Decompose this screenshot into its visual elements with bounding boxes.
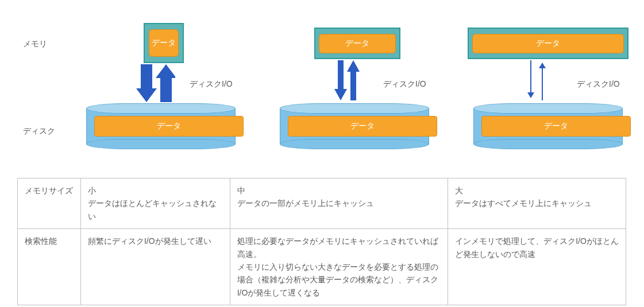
memory-box-large: データ xyxy=(468,28,628,59)
cell-memsize-label: メモリサイズ xyxy=(18,178,81,229)
cell-perf-small: 頻繁にディスクI/Oが発生して遅い xyxy=(80,229,230,305)
memory-box-small: データ xyxy=(144,23,184,63)
disk-cylinder: データ xyxy=(473,103,623,149)
cell-perf-medium: 処理に必要なデータがメモリにキャッシュされていれば高速。 メモリに入り切らない大… xyxy=(230,229,448,305)
disk-cylinder: データ xyxy=(86,103,236,149)
data-chip: データ xyxy=(94,116,244,137)
cell-body: データの一部がメモリ上にキャッシュ xyxy=(237,199,374,208)
cell-memsize-large: 大 データはすべてメモリ上にキャッシュ xyxy=(448,178,626,229)
column-small: データ ディスクI/O データ xyxy=(69,11,240,161)
diagram-columns: データ ディスクI/O データ データ xyxy=(69,11,627,161)
table-row: 検索性能 頻繁にディスクI/Oが発生して遅い 処理に必要なデータがメモリにキャッ… xyxy=(18,229,626,305)
cell-memsize-small: 小 データはほとんどキャッシュされない xyxy=(80,178,230,229)
diagram-area: メモリ ディスク データ ディスクI/O データ xyxy=(17,11,627,161)
io-label: ディスクI/O xyxy=(383,79,426,90)
io-arrows-thin xyxy=(522,61,585,101)
data-chip: データ xyxy=(481,116,631,137)
data-chip: データ xyxy=(288,116,437,137)
label-memory: メモリ xyxy=(23,39,47,49)
io-label: ディスクI/O xyxy=(190,79,233,90)
cell-title: 大 xyxy=(455,186,463,195)
io-arrows-medium xyxy=(329,61,392,101)
disk-cylinder: データ xyxy=(280,103,429,149)
svg-marker-3 xyxy=(347,60,360,100)
data-chip: データ xyxy=(149,29,179,57)
data-chip: データ xyxy=(472,34,624,53)
cell-title: 中 xyxy=(237,186,245,195)
table-row: メモリサイズ 小 データはほとんどキャッシュされない 中 データの一部がメモリ上… xyxy=(18,178,626,229)
memory-box-medium: データ xyxy=(314,28,400,59)
cell-memsize-medium: 中 データの一部がメモリ上にキャッシュ xyxy=(230,178,448,229)
svg-marker-1 xyxy=(156,64,175,102)
label-disk: ディスク xyxy=(23,126,55,137)
data-chip: データ xyxy=(319,34,396,53)
cell-body: データはすべてメモリ上にキャッシュ xyxy=(455,199,592,208)
cell-perf-label: 検索性能 xyxy=(18,229,81,305)
row-labels: メモリ ディスク xyxy=(17,11,69,161)
io-arrows-thick xyxy=(135,64,198,104)
column-large: データ ディスクI/O データ xyxy=(456,11,627,161)
cell-title: 小 xyxy=(88,186,96,195)
io-label: ディスクI/O xyxy=(577,79,620,90)
column-medium: データ ディスクI/O データ xyxy=(263,11,433,161)
svg-marker-2 xyxy=(334,60,347,100)
cell-body: データはほとんどキャッシュされない xyxy=(88,199,217,220)
cell-perf-large: インメモリで処理して、ディスクI/Oがほとんど発生しないので高速 xyxy=(448,229,626,305)
comparison-table: メモリサイズ 小 データはほとんどキャッシュされない 中 データの一部がメモリ上… xyxy=(17,178,626,305)
svg-marker-0 xyxy=(136,64,157,102)
